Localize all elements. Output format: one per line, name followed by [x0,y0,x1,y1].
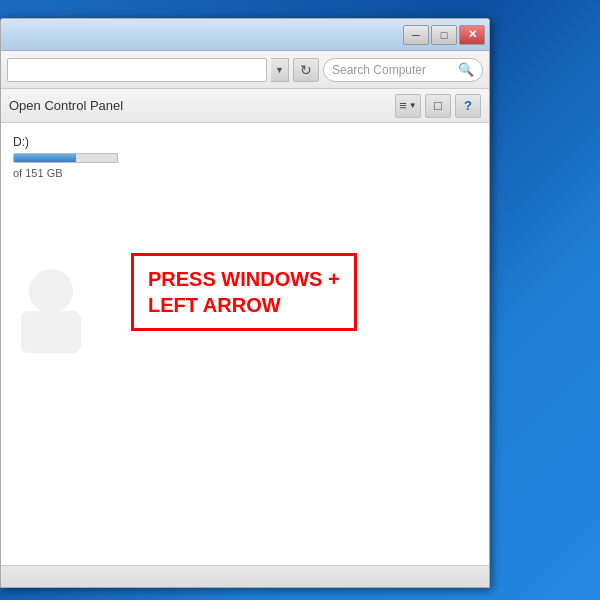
svg-rect-1 [21,311,81,353]
search-bar[interactable]: Search Computer 🔍 [323,58,483,82]
title-bar: ─ □ ✕ [1,19,489,51]
annotation-line1: PRESS WINDOWS + [148,266,340,292]
help-button[interactable]: ? [455,94,481,118]
help-icon: ? [464,98,472,113]
address-bar: ▼ ↻ Search Computer 🔍 [1,51,489,89]
drive-progress-bar [13,153,118,163]
toolbar: Open Control Panel ≡ ▼ □ ? [1,89,489,123]
drive-progress-fill [14,154,76,162]
address-dropdown-button[interactable]: ▼ [271,58,289,82]
annotation-box: PRESS WINDOWS + LEFT ARROW [131,253,357,331]
svg-point-0 [29,269,73,313]
view-options-icon: ≡ [399,98,407,113]
refresh-button[interactable]: ↻ [293,58,319,82]
pane-view-button[interactable]: □ [425,94,451,118]
pane-view-icon: □ [434,98,442,113]
open-control-panel-button[interactable]: Open Control Panel [9,98,123,113]
drive-size: of 151 GB [13,167,477,179]
status-bar [1,565,489,587]
title-bar-controls: ─ □ ✕ [403,25,485,45]
maximize-button[interactable]: □ [431,25,457,45]
drive-label: D:) [13,135,477,149]
ghost-avatar [11,263,91,353]
minimize-button[interactable]: ─ [403,25,429,45]
close-button[interactable]: ✕ [459,25,485,45]
content-area: D:) of 151 GB PRESS WINDOWS + LEFT ARROW [1,123,489,565]
view-options-button[interactable]: ≡ ▼ [395,94,421,118]
toolbar-icon-group: ≡ ▼ □ ? [395,94,481,118]
explorer-window: ─ □ ✕ ▼ ↻ Search Computer 🔍 Open Control… [0,18,490,588]
view-dropdown-icon: ▼ [409,101,417,110]
search-placeholder-text: Search Computer [332,63,426,77]
annotation-line2: LEFT ARROW [148,292,340,318]
address-input[interactable] [7,58,267,82]
search-icon[interactable]: 🔍 [458,62,474,78]
